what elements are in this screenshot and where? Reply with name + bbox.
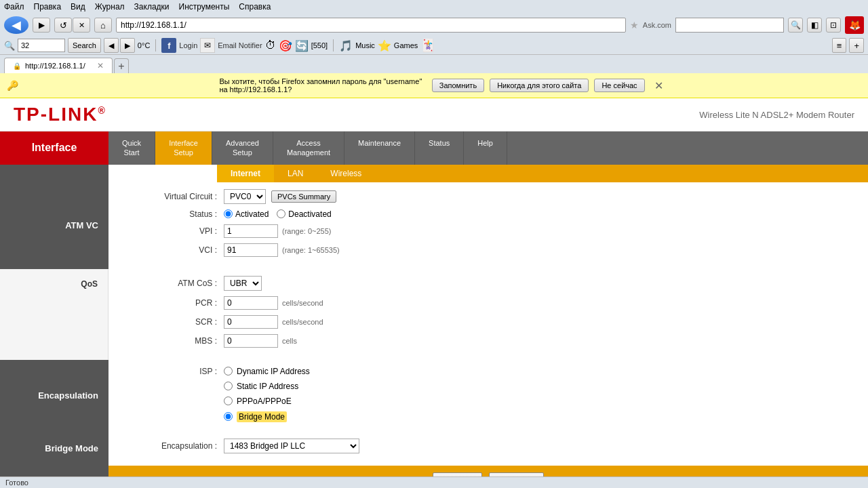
not-now-button[interactable]: Не сейчас — [594, 79, 644, 92]
bridge-encap-select[interactable]: 1483 Bridged IP LLC — [224, 439, 359, 453]
ask-search-input[interactable] — [675, 18, 784, 33]
toolbar-extra-btn2[interactable]: + — [849, 38, 864, 53]
toolbar-search-input[interactable] — [18, 39, 65, 52]
never-remember-button[interactable]: Никогда для этого сайта — [490, 79, 589, 92]
toolbar-icon6[interactable]: 🃏 — [420, 38, 435, 53]
qos-section: QoS ATM CoS : UBR PCR : cells/second — [0, 269, 868, 360]
password-bar: 🔑 Вы хотите, чтобы Firefox запомнил паро… — [0, 73, 868, 98]
toolbar-music-icon[interactable]: 🎵 — [339, 39, 353, 52]
vpi-input[interactable] — [224, 224, 278, 238]
toolbar-extra-btn1[interactable]: ≡ — [832, 38, 847, 53]
tab-status[interactable]: Status — [415, 131, 464, 165]
tp-link-logo: TP-LINK® — [14, 104, 106, 125]
bridge-encap-label: Encapsulation : — [129, 441, 224, 451]
toolbar-games-label[interactable]: Games — [394, 41, 418, 49]
status-deactivated-radio[interactable] — [277, 209, 285, 218]
isp-dynamic-ip-radio[interactable] — [224, 367, 233, 375]
vci-label: VCI : — [129, 245, 224, 255]
qos-header-left: QoS — [0, 269, 108, 360]
mbs-input[interactable] — [224, 334, 278, 348]
atm-cos-select[interactable]: UBR — [224, 276, 262, 291]
pcr-input[interactable] — [224, 296, 278, 310]
scr-row: SCR : cells/second — [129, 315, 848, 329]
router-ui: TP-LINK® Wireless Lite N ADSL2+ Modem Ro… — [0, 98, 868, 476]
browser-tab[interactable]: 🔒 http://192.168.1.1/ ✕ — [4, 58, 113, 73]
isp-pppoa-radio[interactable] — [224, 396, 233, 405]
new-tab-button[interactable]: + — [114, 58, 129, 73]
vpi-hint: (range: 0~255) — [282, 227, 331, 235]
toolbar-login[interactable]: Login — [179, 41, 197, 49]
vci-input[interactable] — [224, 243, 278, 257]
nav-icon1[interactable]: ◧ — [807, 18, 822, 33]
firefox-icon[interactable]: 🦊 — [845, 16, 864, 34]
password-bar-close[interactable]: ✕ — [654, 79, 861, 92]
home-button[interactable]: ⌂ — [94, 18, 112, 33]
sub-nav-container: Internet LAN Wireless — [0, 165, 868, 182]
mbs-label: MBS : — [129, 336, 224, 346]
isp-bridge-mode-radio[interactable] — [224, 412, 233, 421]
bridge-mode-section: Bridge Mode Encapsulation : 1483 Bridged… — [0, 432, 868, 466]
forward-button[interactable]: ▶ — [33, 18, 50, 33]
star-icon[interactable]: ★ — [630, 20, 639, 30]
email-notifier-icon[interactable]: ✉ — [200, 38, 215, 53]
sub-tab-wireless[interactable]: Wireless — [317, 165, 375, 182]
sub-nav: Internet LAN Wireless — [217, 165, 868, 182]
toolbar-arrow-right[interactable]: ▶ — [120, 38, 135, 53]
tab-interface-setup[interactable]: InterfaceSetup — [155, 131, 212, 165]
tab-help[interactable]: Help — [464, 131, 507, 165]
tab-quick-start[interactable]: QuickStart — [108, 131, 155, 165]
isp-static-ip-radio[interactable] — [224, 382, 233, 390]
router-nav: Interface QuickStart InterfaceSetup Adva… — [0, 131, 868, 165]
address-bar[interactable] — [116, 18, 626, 33]
tab-bar: 🔒 http://192.168.1.1/ ✕ + — [0, 55, 868, 73]
button-row: SAVE DELETE — [108, 466, 868, 476]
toolbar-icon4[interactable]: 🎯 — [279, 39, 292, 52]
remember-password-button[interactable]: Запомнить — [432, 79, 484, 92]
toolbar-search-icon: 🔍 — [4, 41, 15, 51]
vpi-row: VPI : (range: 0~255) — [129, 224, 848, 238]
isp-row: ISP : Dynamic IP Address Static IP Addre… — [129, 367, 848, 425]
menu-help[interactable]: Справка — [239, 2, 271, 12]
virtual-circuit-row: Virtual Circuit : PVC0 PVCs Summary — [129, 189, 848, 204]
vci-row: VCI : (range: 1~65535) — [129, 243, 848, 257]
nav-bar: ◀ ▶ ↺ ✕ ⌂ ★ Ask.com 🔍 ◧ ⊡ 🦊 — [0, 14, 868, 37]
tab-maintenance[interactable]: Maintenance — [344, 131, 415, 165]
back-button[interactable]: ◀ — [4, 16, 28, 34]
status-activated-radio[interactable] — [224, 209, 233, 218]
virtual-circuit-select[interactable]: PVC0 — [224, 189, 266, 204]
toolbar-icon5[interactable]: 🔄 — [295, 39, 309, 52]
tab-favicon: 🔒 — [13, 62, 21, 70]
qos-label: QoS — [81, 279, 98, 289]
menu-journal[interactable]: Журнал — [95, 2, 125, 12]
sub-tab-lan[interactable]: LAN — [274, 165, 317, 182]
menu-file[interactable]: Файл — [4, 2, 24, 12]
email-notifier-label[interactable]: Email Notifier — [218, 41, 262, 49]
menu-view[interactable]: Вид — [71, 2, 85, 12]
tab-close-button[interactable]: ✕ — [97, 61, 104, 70]
toolbar-search-button[interactable]: Search — [68, 38, 101, 53]
bridge-mode-header-left: Bridge Mode — [0, 432, 108, 466]
toolbar-count[interactable]: [550] — [311, 41, 328, 49]
encapsulation-header-left: Encapsulation — [0, 360, 108, 432]
toolbar-music-label[interactable]: Music — [355, 41, 375, 49]
pvcs-summary-button[interactable]: PVCs Summary — [271, 190, 336, 203]
tab-advanced-setup[interactable]: AdvancedSetup — [212, 131, 273, 165]
scr-input[interactable] — [224, 315, 278, 329]
toolbar-games-icon[interactable]: ⭐ — [378, 39, 391, 52]
tab-access-management[interactable]: AccessManagement — [273, 131, 344, 165]
menu-edit[interactable]: Правка — [34, 2, 62, 12]
router-header: TP-LINK® Wireless Lite N ADSL2+ Modem Ro… — [0, 98, 868, 131]
search-icon-btn[interactable]: 🔍 — [788, 18, 803, 33]
status-deactivated-label: Deactivated — [277, 209, 331, 219]
toolbar-arrow-left[interactable]: ◀ — [104, 38, 119, 53]
pcr-row: PCR : cells/second — [129, 296, 848, 310]
router-subtitle: Wireless Lite N ADSL2+ Modem Router — [699, 110, 854, 120]
sub-tab-internet[interactable]: Internet — [217, 165, 274, 182]
reload-button[interactable]: ↺ — [54, 18, 72, 33]
toolbar-icon3[interactable]: ⏱ — [265, 39, 276, 52]
stop-button[interactable]: ✕ — [73, 18, 90, 33]
menu-bookmarks[interactable]: Закладки — [134, 2, 170, 12]
menu-tools[interactable]: Инструменты — [179, 2, 230, 12]
toolbar-fb-icon[interactable]: f — [161, 38, 176, 53]
nav-icon2[interactable]: ⊡ — [826, 18, 841, 33]
